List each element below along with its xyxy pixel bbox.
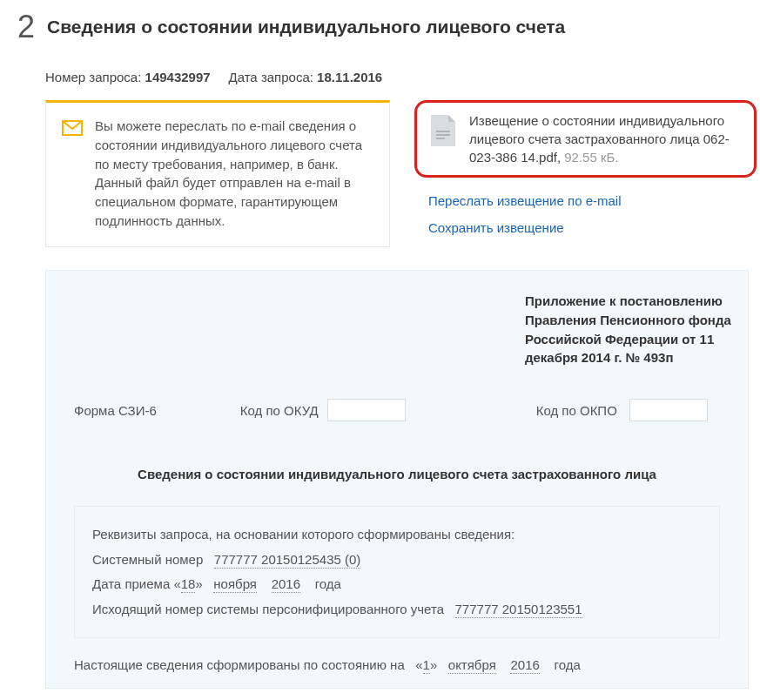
status-day: 1 (423, 657, 430, 674)
document-icon (429, 113, 457, 148)
svg-rect-2 (436, 134, 450, 136)
svg-rect-3 (436, 138, 445, 139)
status-month: октября (448, 657, 496, 674)
okud-field[interactable] (327, 399, 406, 421)
file-size: 92.55 кБ. (564, 150, 618, 165)
document-panel: Приложение к постановлению Правления Пен… (45, 270, 749, 689)
status-suffix: года (555, 657, 581, 672)
outgoing-number-value: 777777 20150123551 (455, 602, 582, 618)
accept-year-suffix: года (315, 576, 341, 591)
request-details-box: Реквизиты запроса, на основании которого… (74, 506, 720, 638)
system-number-label: Системный номер (92, 552, 203, 567)
request-intro: Реквизиты запроса, на основании которого… (92, 522, 702, 548)
file-attachment[interactable]: Извещение о состоянии индивидуального ли… (414, 100, 757, 178)
regulation-note: Приложение к постановлению Правления Пен… (525, 292, 744, 367)
forward-email-link[interactable]: Переслать извещение по e-mail (428, 193, 621, 208)
request-number-value: 149432997 (145, 70, 211, 84)
okpo-field[interactable] (629, 399, 708, 421)
status-line: Настоящие сведения сформированы по состо… (74, 657, 720, 672)
request-date-value: 18.11.2016 (317, 70, 382, 84)
outgoing-number-label: Исходящий номер системы персонифицирован… (92, 602, 444, 616)
mail-icon (62, 120, 83, 136)
request-meta: Номер запроса: 149432997 Дата запроса: 1… (0, 70, 760, 84)
status-prefix: Настоящие сведения сформированы по состо… (74, 657, 405, 672)
save-notice-link[interactable]: Сохранить извещение (428, 220, 564, 235)
page-title: Сведения о состоянии индивидуального лиц… (47, 17, 565, 37)
okud-label: Код по ОКУД (240, 403, 319, 418)
form-label: Форма СЗИ-6 (74, 403, 157, 418)
accept-day: 18 (181, 576, 196, 593)
file-description: Извещение о состоянии индивидуального ли… (469, 111, 740, 166)
info-card-text: Вы можете переслать по e-mail сведения о… (95, 117, 373, 231)
okpo-label: Код по ОКПО (536, 403, 617, 418)
step-number: 2 (17, 9, 35, 45)
system-number-value: 777777 20150125435 (0) (214, 552, 361, 569)
info-card: Вы можете переслать по e-mail сведения о… (45, 100, 390, 247)
status-year: 2016 (510, 657, 539, 674)
form-codes-row: Форма СЗИ-6 Код по ОКУД Код по ОКПО (74, 399, 720, 421)
document-title: Сведения о состоянии индивидуального лиц… (74, 467, 720, 481)
svg-rect-1 (436, 131, 450, 132)
accept-month: ноября (213, 576, 257, 593)
request-date-label: Дата запроса: (229, 70, 313, 84)
request-number-label: Номер запроса: (45, 70, 141, 84)
accept-date-label: Дата приема (92, 576, 170, 591)
accept-year: 2016 (272, 576, 300, 593)
